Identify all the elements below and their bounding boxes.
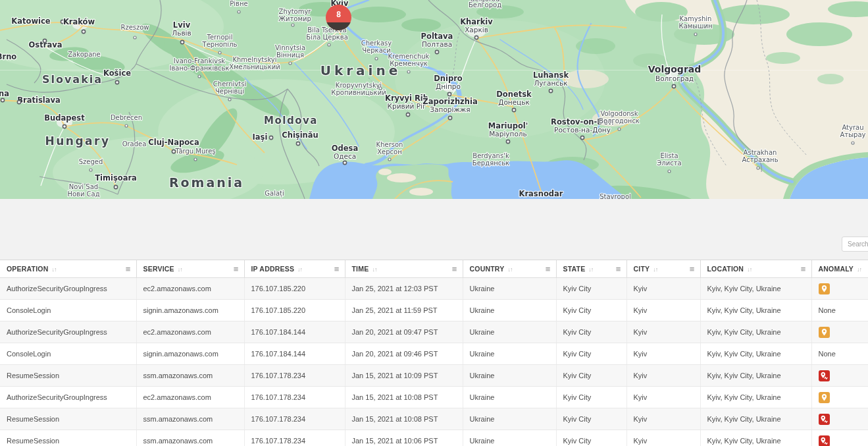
map-city-dot: [407, 70, 410, 73]
cell-operation: ResumeSession: [0, 430, 136, 446]
column-menu-icon[interactable]: ≡: [126, 264, 131, 274]
cell-state: Kyiv City: [556, 321, 626, 343]
search-input[interactable]: [842, 237, 868, 252]
sort-icon[interactable]: ↓↑: [747, 266, 752, 273]
column-header-city[interactable]: CITY↓↑≡: [626, 260, 700, 278]
column-header-location[interactable]: LOCATION↓↑≡: [700, 260, 811, 278]
anomaly-badge-activity-icon[interactable]: [819, 370, 830, 381]
cell-time: Jan 25, 2021 at 11:59 PST: [345, 300, 463, 321]
anomaly-badge-location-icon[interactable]: [819, 283, 830, 294]
map-city-label: Stavropol: [600, 193, 631, 199]
cell-operation: ConsoleLogin: [0, 343, 136, 365]
events-table: OPERATION↓↑≡SERVICE↓↑≡IP ADDRESS↓↑≡TIME↓…: [0, 260, 868, 446]
map-city-label: Budapest: [44, 113, 85, 123]
cell-ip-address: 176.107.178.234: [244, 408, 345, 430]
map-city-label: Kropyvnytskyi: [336, 82, 382, 89]
column-menu-icon[interactable]: ≡: [546, 264, 551, 274]
sort-icon[interactable]: ↓↑: [857, 266, 861, 273]
map-city-dot: [198, 75, 201, 78]
column-header-time[interactable]: TIME↓↑≡: [345, 260, 463, 278]
map-city-label-alt: Бердянськ: [472, 159, 509, 167]
column-header-anomaly[interactable]: ANOMALY↓↑: [811, 260, 868, 278]
map-city-label: Volgograd: [648, 64, 702, 74]
map-country-label: Ukraine: [320, 63, 401, 78]
cell-time: Jan 15, 2021 at 10:08 PST: [345, 408, 463, 430]
column-label: TIME: [352, 265, 369, 273]
column-header-operation[interactable]: OPERATION↓↑≡: [0, 260, 136, 278]
map-city-label: Chernivtsi: [213, 80, 246, 88]
map-city-label: Kharkiv: [460, 17, 493, 26]
map-city-label-alt: Івано-Франківськ: [169, 65, 229, 72]
map-city-label-alt: Харків: [465, 26, 488, 34]
table-row: ResumeSessionssm.amazonaws.com176.107.17…: [0, 408, 868, 430]
column-menu-icon[interactable]: ≡: [334, 264, 340, 274]
map-city-dot: [289, 62, 292, 65]
map-city-dot: [474, 36, 478, 39]
cell-location: Kyiv, Kyiv City, Ukraine: [700, 408, 811, 430]
column-header-state[interactable]: STATE↓↑≡: [556, 260, 626, 278]
map-city-dot: [194, 158, 197, 161]
sort-icon[interactable]: ↓↑: [297, 266, 302, 273]
column-menu-icon[interactable]: ≡: [452, 264, 457, 274]
column-label: LOCATION: [707, 265, 744, 273]
column-menu-icon[interactable]: ≡: [801, 264, 806, 274]
column-label: ANOMALY: [819, 265, 854, 273]
map-city-dot: [672, 84, 675, 88]
cell-anomaly: None: [811, 300, 868, 321]
anomaly-badge-activity-icon[interactable]: [819, 414, 830, 425]
map-city-label-alt: Донецьк: [498, 98, 530, 106]
map-city-dot: [328, 43, 330, 46]
anomaly-badge-location-icon[interactable]: [819, 392, 830, 403]
dashboard: SlovakiaHungaryRomaniaUkraineMoldovaKato…: [0, 0, 868, 446]
marker-cluster[interactable]: 8: [326, 5, 351, 30]
map-canvas[interactable]: SlovakiaHungaryRomaniaUkraineMoldovaKato…: [0, 0, 868, 199]
cell-anomaly: [811, 387, 868, 408]
map-city-label: Kherson: [376, 141, 403, 148]
cell-country: Ukraine: [463, 343, 556, 365]
map-city-dot: [757, 167, 759, 169]
anomaly-badge-location-icon[interactable]: [819, 327, 830, 338]
map-city-label-alt: Кременчук: [390, 60, 428, 67]
map[interactable]: SlovakiaHungaryRomaniaUkraineMoldovaKato…: [0, 0, 868, 199]
column-menu-icon[interactable]: ≡: [616, 264, 621, 274]
cell-anomaly: None: [811, 343, 868, 365]
map-city-dot: [618, 128, 621, 130]
map-city-label-alt: Ростов-на-Дону: [554, 126, 611, 134]
sort-icon[interactable]: ↓↑: [51, 266, 56, 273]
column-header-service[interactable]: SERVICE↓↑≡: [136, 260, 244, 278]
cell-country: Ukraine: [463, 365, 556, 387]
cell-location: Kyiv, Kyiv City, Ukraine: [700, 430, 811, 446]
column-header-ip-address[interactable]: IP ADDRESS↓↑≡: [244, 260, 345, 278]
sort-icon[interactable]: ↓↑: [372, 266, 376, 273]
map-city-label-alt: Волгодонск: [599, 117, 640, 125]
map-city-dot: [512, 108, 515, 111]
anomaly-badge-activity-icon[interactable]: [819, 435, 830, 446]
map-city-label: Vinnytsia: [275, 44, 305, 51]
sort-icon[interactable]: ↓↑: [653, 266, 657, 273]
map-country-label: Hungary: [45, 134, 110, 148]
map-city-label-alt: Львів: [172, 29, 191, 37]
cell-location: Kyiv, Kyiv City, Ukraine: [700, 278, 811, 300]
map-city-dot: [506, 140, 509, 143]
map-city-dot: [218, 51, 221, 54]
map-city-label-alt: Одеса: [334, 152, 356, 160]
column-menu-icon[interactable]: ≡: [690, 264, 695, 274]
map-city-label: Iaşi: [253, 132, 268, 142]
sort-icon[interactable]: ↓↑: [178, 266, 182, 273]
cell-operation: AuthorizeSecurityGroupIngress: [0, 278, 136, 300]
map-city-label: Ivano-Frankivsk: [174, 57, 226, 65]
map-city-dot: [375, 57, 378, 60]
cell-state: Kyiv City: [556, 387, 626, 408]
sort-icon[interactable]: ↓↑: [588, 266, 593, 273]
map-city-label: Debrecen: [111, 114, 142, 121]
map-city-dot: [852, 142, 854, 144]
cell-service: signin.amazonaws.com: [136, 300, 244, 321]
column-menu-icon[interactable]: ≡: [234, 264, 239, 274]
sort-icon[interactable]: ↓↑: [507, 266, 512, 273]
toolbar-band: [0, 199, 868, 260]
column-label: IP ADDRESS: [251, 265, 295, 273]
cell-time: Jan 20, 2021 at 09:47 PST: [345, 321, 463, 343]
cell-anomaly: [811, 430, 868, 446]
cell-location: Kyiv, Kyiv City, Ukraine: [700, 300, 811, 321]
column-header-country[interactable]: COUNTRY↓↑≡: [463, 260, 556, 278]
